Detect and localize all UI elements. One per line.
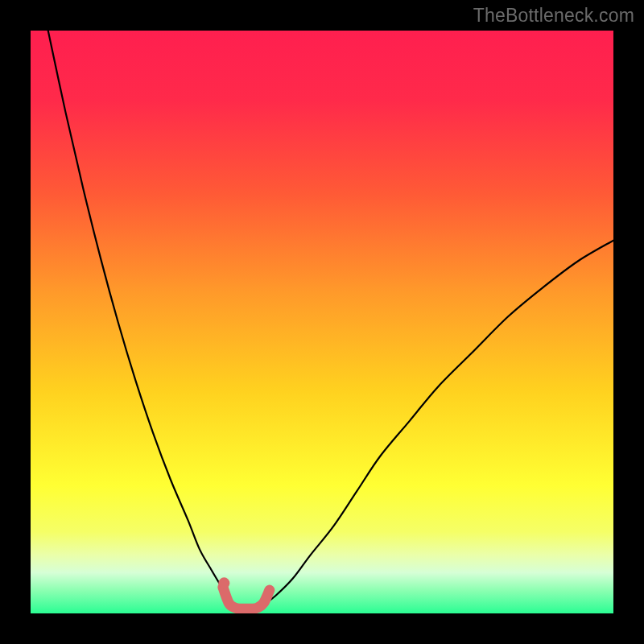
chart-frame: TheBottleneck.com xyxy=(0,0,644,644)
trough-start-dot xyxy=(218,577,229,588)
chart-svg xyxy=(31,31,613,613)
watermark-text: TheBottleneck.com xyxy=(473,5,634,27)
chart-plot-area xyxy=(31,31,613,613)
annotation-layer xyxy=(218,577,229,588)
